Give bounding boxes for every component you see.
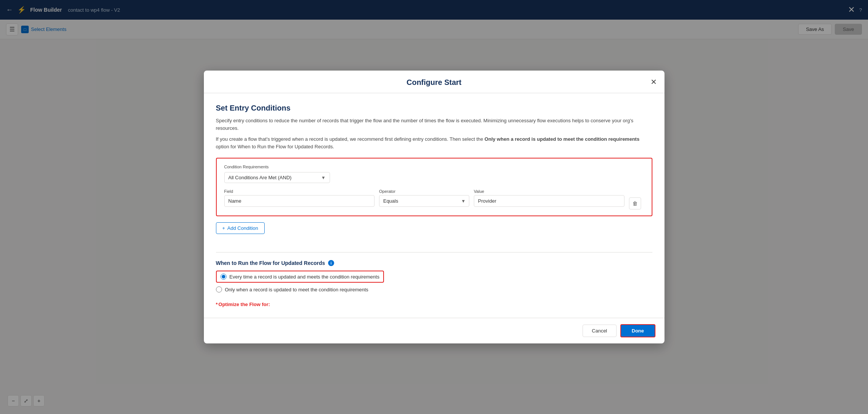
- optimize-section: * Optimize the Flow for:: [216, 302, 652, 307]
- operator-select-wrap: Equals Not Equals Contains Starts With E…: [379, 195, 469, 207]
- desc2-after: option for When to Run the Flow for Upda…: [216, 144, 335, 149]
- required-star: *: [216, 302, 218, 307]
- desc2-before: If you create a flow that's triggered wh…: [216, 136, 485, 142]
- divider: [216, 252, 652, 252]
- modal-header: Configure Start ✕: [204, 71, 664, 93]
- condition-row: Field Operator Equals Not Equals Contain…: [224, 189, 644, 209]
- cancel-button[interactable]: Cancel: [583, 325, 617, 337]
- section-title: Set Entry Conditions: [216, 104, 652, 112]
- field-input[interactable]: [224, 195, 375, 207]
- operator-column: Operator Equals Not Equals Contains Star…: [379, 189, 469, 207]
- condition-requirements-arrow-icon: ▼: [321, 175, 326, 180]
- modal-overlay: Configure Start ✕ Set Entry Conditions S…: [0, 0, 868, 414]
- when-to-run-title: When to Run the Flow for Updated Records…: [216, 260, 652, 266]
- delete-column: 🗑: [629, 189, 644, 209]
- when-to-run-info-icon[interactable]: i: [328, 260, 334, 266]
- section-description-2: If you create a flow that's triggered wh…: [216, 135, 652, 150]
- condition-requirements-select[interactable]: All Conditions Are Met (AND) ▼: [224, 172, 330, 183]
- radio-option-1-label: Every time a record is updated and meets…: [230, 274, 379, 280]
- radio-group: Every time a record is updated and meets…: [216, 271, 652, 292]
- modal-footer: Cancel Done: [204, 318, 664, 343]
- add-condition-label: Add Condition: [227, 225, 258, 231]
- operator-select[interactable]: Equals Not Equals Contains Starts With E…: [379, 195, 469, 207]
- radio-option-1[interactable]: Every time a record is updated and meets…: [220, 274, 379, 280]
- optimize-label: * Optimize the Flow for:: [216, 302, 652, 307]
- desc2-bold: Only when a record is updated to meet th…: [484, 136, 639, 142]
- optimize-label-text: Optimize the Flow for:: [219, 302, 270, 307]
- field-label: Field: [224, 189, 375, 194]
- when-to-run-label: When to Run the Flow for Updated Records: [216, 260, 325, 266]
- value-column: Value: [474, 189, 624, 207]
- done-button[interactable]: Done: [620, 324, 655, 337]
- add-condition-button[interactable]: + Add Condition: [216, 222, 265, 234]
- delete-condition-button[interactable]: 🗑: [629, 197, 641, 209]
- modal-close-button[interactable]: ✕: [651, 77, 657, 86]
- radio-option-1-wrap: Every time a record is updated and meets…: [216, 271, 384, 283]
- condition-requirements-label: Condition Requirements: [224, 165, 644, 169]
- section-description-1: Specify entry conditions to reduce the n…: [216, 117, 652, 132]
- add-condition-icon: +: [222, 225, 225, 231]
- modal-title: Configure Start: [407, 78, 462, 86]
- value-label: Value: [474, 189, 624, 194]
- radio-option-2-label: Only when a record is updated to meet th…: [225, 287, 368, 292]
- condition-requirements-value: All Conditions Are Met (AND): [228, 175, 319, 180]
- radio-option-1-input[interactable]: [220, 274, 227, 280]
- radio-option-2-input[interactable]: [216, 286, 222, 292]
- operator-label: Operator: [379, 189, 469, 194]
- configure-start-modal: Configure Start ✕ Set Entry Conditions S…: [204, 71, 664, 343]
- radio-option-2[interactable]: Only when a record is updated to meet th…: [216, 286, 652, 292]
- modal-body: Set Entry Conditions Specify entry condi…: [204, 93, 664, 318]
- value-input[interactable]: [474, 195, 624, 207]
- field-column: Field: [224, 189, 375, 207]
- condition-requirements-box: Condition Requirements All Conditions Ar…: [216, 158, 652, 216]
